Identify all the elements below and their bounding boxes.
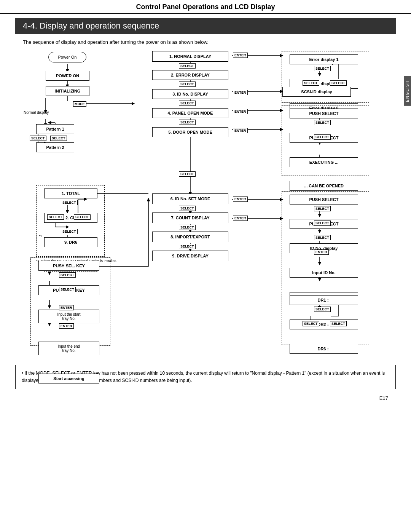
select-dr6: SELECT bbox=[61, 229, 78, 234]
error1-box: Error display 1 bbox=[290, 54, 358, 64]
page-container: ENGLISH Control Panel Operations and LCD… bbox=[0, 0, 411, 532]
drive-display-box: 9. DRIVE DISPLAY bbox=[152, 251, 228, 261]
select-dr1: SELECT bbox=[314, 307, 331, 312]
page-number: E17 bbox=[0, 393, 411, 403]
select-panel: SELECT bbox=[179, 120, 196, 125]
dr-dashed-box: DR1： SELECT DR2： SELECT SELECT DR6： bbox=[282, 292, 369, 345]
scsi-box: SCSI-ID display bbox=[282, 87, 351, 97]
initializing-box: INITIALIZING bbox=[46, 86, 89, 96]
select-push4: SELECT bbox=[314, 220, 331, 226]
select-idset: SELECT bbox=[179, 206, 196, 211]
section-title: 4-4. Display and operation sequence bbox=[23, 21, 388, 31]
enter-normal: ENTER bbox=[233, 53, 248, 58]
total-box: 1. TOTAL bbox=[44, 189, 97, 198]
normal-display-note: Normal display bbox=[24, 110, 49, 115]
start-accessing-box: Start accessing bbox=[38, 374, 99, 383]
select-cr-right: SELECT bbox=[74, 214, 91, 220]
page-title: Control Panel Operations and LCD Display bbox=[23, 3, 388, 11]
idno-display-box: 3. ID No. DISPLAY bbox=[152, 89, 228, 99]
select-push2: SELECT bbox=[314, 134, 331, 140]
select-push1: SELECT bbox=[314, 120, 331, 125]
select-import: SELECT bbox=[179, 244, 196, 249]
english-tab: ENGLISH bbox=[404, 76, 411, 106]
select-dr2-left: SELECT bbox=[303, 321, 319, 326]
select-pat1-left: SELECT bbox=[30, 136, 46, 141]
push-sel-key1-box: PUSH SEL. KEY bbox=[38, 261, 99, 271]
idset-box: 6. ID No. SET MODE bbox=[152, 193, 228, 204]
select-cr-left: SELECT bbox=[47, 214, 64, 220]
push-select3: PUSH SELECT bbox=[290, 195, 358, 204]
panel-open-box: 4. PANEL OPEN MODE bbox=[152, 108, 228, 118]
pattern1-box: Pattern 1 bbox=[36, 124, 74, 134]
select-idnodisp: SELECT bbox=[314, 235, 331, 240]
mode-label: MODE bbox=[73, 101, 86, 107]
enter-idset: ENTER bbox=[233, 197, 248, 202]
push-sel-key-dashed: PUSH SEL. KEY SELECT PUSH SEL. KEY SELEC… bbox=[30, 257, 110, 346]
intro-text: The sequence of display and operation af… bbox=[0, 34, 411, 49]
select-count: SELECT bbox=[179, 225, 196, 230]
push-select1: PUSH SELECT bbox=[290, 109, 358, 118]
enter-panel: ENTER bbox=[233, 109, 248, 114]
enter-inputend: ENTER bbox=[59, 323, 74, 329]
door-open-box: 5. DOOR OPEN MODE bbox=[152, 127, 228, 137]
executing-box: EXECUTING ... bbox=[290, 157, 358, 167]
pattern2-box: Pattern 2 bbox=[36, 142, 74, 152]
select-idno: SELECT bbox=[179, 101, 196, 106]
idset-right-dashed: PUSH SELECT SELECT PUSH SELECT SELECT ID… bbox=[282, 191, 369, 290]
select-err2-right: SELECT bbox=[330, 80, 347, 86]
panel-door-dashed-box: PUSH SELECT SELECT PUSH SELECT SELECT EX… bbox=[282, 105, 369, 176]
enter-inputstart: ENTER bbox=[59, 305, 74, 310]
section-title-bar: 4-4. Display and operation sequence bbox=[15, 18, 396, 34]
enter-inputidno: ENTER bbox=[314, 249, 329, 255]
enter-idno: ENTER bbox=[233, 90, 248, 95]
error-display-box: 2. ERROR DISPLAY bbox=[152, 70, 228, 80]
dr1-box: DR1： bbox=[290, 295, 358, 305]
import-export-box: 8. IMPORT/EXPORT bbox=[152, 232, 228, 242]
select-err1: SELECT bbox=[314, 66, 331, 71]
select-door: SELECT bbox=[179, 171, 196, 177]
select-error: SELECT bbox=[179, 81, 196, 87]
select-total: SELECT bbox=[61, 200, 78, 205]
input-start-box: Input the starttray No. bbox=[38, 310, 99, 323]
select-pushselkey2: SELECT bbox=[59, 287, 76, 292]
can-be-opened-box: ... CAN BE OPENED bbox=[290, 181, 358, 191]
enter-count: ENTER bbox=[233, 216, 248, 221]
page-header: Control Panel Operations and LCD Display bbox=[0, 0, 411, 14]
dr6-left-box: 9. DR6 bbox=[44, 237, 97, 247]
total-dashed-box: 1. TOTAL SELECT 2. CR SELECT SELECT 9. D… bbox=[36, 185, 105, 257]
enter-door: ENTER bbox=[233, 128, 248, 133]
flowchart-area: Power On POWER ON INITIALIZING MODE Norm… bbox=[15, 49, 396, 361]
dr6-right-box: DR6： bbox=[290, 344, 358, 354]
input-idno-box: Input ID No. bbox=[290, 268, 358, 278]
select-err2-left: SELECT bbox=[303, 80, 319, 86]
input-end-box: Input the endtray No. bbox=[38, 342, 99, 355]
select-dr2-right: SELECT bbox=[330, 321, 347, 326]
power-on-ellipse: Power On bbox=[48, 52, 86, 62]
select-pushselkey1: SELECT bbox=[59, 272, 76, 278]
select-push3: SELECT bbox=[314, 206, 331, 211]
dr2-box: DR2： bbox=[290, 320, 358, 329]
power-on-box: POWER ON bbox=[46, 71, 89, 81]
normal-display-box: 1. NORMAL DISPLAY bbox=[152, 51, 228, 62]
count-display-box: 7. COUNT DISPLAY bbox=[152, 212, 228, 223]
select-pat1-right: SELECT bbox=[50, 136, 67, 141]
select-normal: SELECT bbox=[179, 63, 196, 69]
star1-label: *1 bbox=[39, 234, 42, 238]
